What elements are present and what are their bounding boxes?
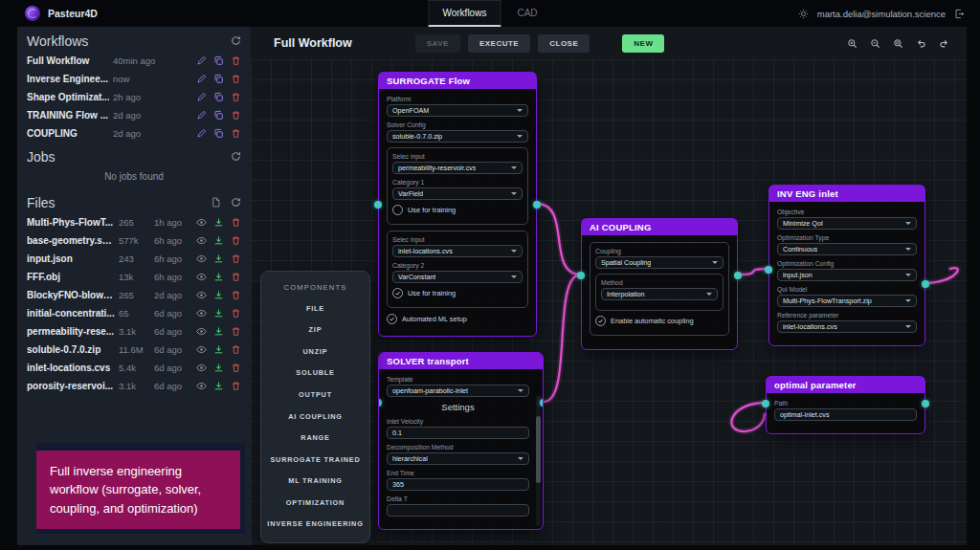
download-icon[interactable] <box>213 381 224 391</box>
field-select[interactable]: VarField <box>392 187 523 200</box>
checkbox-field[interactable]: Enable automatic coupling <box>595 316 724 326</box>
delete-icon[interactable] <box>231 290 241 300</box>
download-icon[interactable] <box>213 217 224 228</box>
tab-workflows[interactable]: Workflows <box>428 0 501 27</box>
delete-icon[interactable] <box>231 381 241 391</box>
field-select[interactable]: inlet-locations.cvs <box>777 320 917 333</box>
file-list-item[interactable]: soluble-0.7.0.zip 11.6M 6d ago <box>17 341 251 359</box>
file-list-item[interactable]: Multi-Phys-FlowT... 265 1h ago <box>17 213 251 231</box>
field-input[interactable] <box>387 504 529 517</box>
delete-icon[interactable] <box>231 363 241 373</box>
file-list-item[interactable]: inlet-locations.cvs 5.4k 6d ago <box>17 359 251 377</box>
delete-icon[interactable] <box>231 253 241 264</box>
field-select[interactable]: permeability-reservoir.cvs <box>392 162 523 174</box>
node-title[interactable]: INV ENG inlet <box>769 186 924 202</box>
duplicate-icon[interactable] <box>213 55 224 66</box>
zoom-in-icon[interactable] <box>847 38 858 49</box>
file-list-item[interactable]: FFF.obj 13k 6h ago <box>17 268 251 286</box>
field-select[interactable]: inlet-locations.cvs <box>392 245 523 257</box>
component-item[interactable]: SOLUBLE <box>265 363 366 385</box>
delete-icon[interactable] <box>231 308 241 319</box>
edit-icon[interactable] <box>196 110 207 121</box>
download-icon[interactable] <box>213 308 224 319</box>
input-port[interactable] <box>762 400 769 407</box>
view-icon[interactable] <box>196 381 207 391</box>
edit-icon[interactable] <box>196 92 207 102</box>
workflow-list-item[interactable]: Shape Optimizat... 2h ago <box>17 88 251 106</box>
field-input[interactable]: 0.1 <box>387 427 529 439</box>
file-list-item[interactable]: input.json 243 6h ago <box>17 250 251 268</box>
component-item[interactable]: UNZIP <box>265 341 366 363</box>
logout-icon[interactable] <box>954 9 965 19</box>
checkbox-field[interactable]: Use for training <box>392 288 523 298</box>
output-port[interactable] <box>540 399 544 407</box>
field-input[interactable]: 365 <box>387 478 529 491</box>
view-icon[interactable] <box>196 308 207 319</box>
save-button[interactable]: SAVE <box>415 34 460 53</box>
view-icon[interactable] <box>196 235 207 246</box>
delete-icon[interactable] <box>231 92 241 102</box>
view-icon[interactable] <box>196 344 207 355</box>
checkbox-field[interactable]: Automated ML setup <box>387 314 528 324</box>
field-select[interactable]: VarConstant <box>392 271 523 283</box>
redo-icon[interactable] <box>939 38 949 49</box>
scrollbar-thumb[interactable] <box>536 416 541 483</box>
file-list-item[interactable]: BlockyFNO-blow.zip 265 2d ago <box>17 286 251 304</box>
view-icon[interactable] <box>196 272 207 282</box>
output-port[interactable] <box>922 400 929 407</box>
component-item[interactable]: INVERSE ENGINEERING <box>265 513 366 535</box>
file-list-item[interactable]: permeability-rese... 3.1k 6d ago <box>17 322 251 341</box>
file-list-item[interactable]: base-geometry.step 577k 6h ago <box>17 231 251 250</box>
node-title[interactable]: AI COUPLING <box>582 219 737 235</box>
node-surrogate[interactable]: SURROGATE Flow Platform OpenFOAM Solver … <box>378 72 537 337</box>
component-item[interactable]: ML TRAINING <box>265 470 366 492</box>
node-solver[interactable]: SOLVER transport Template openfoam-parab… <box>378 352 544 530</box>
node-optimal[interactable]: optimal parameter Path optimal-inlet.cvs <box>766 376 925 434</box>
component-item[interactable]: AI COUPLING <box>265 406 366 428</box>
download-icon[interactable] <box>213 235 224 246</box>
input-port[interactable] <box>765 266 772 274</box>
workflow-list-item[interactable]: Inverse Enginee... now <box>17 70 251 88</box>
close-button[interactable]: CLOSE <box>538 34 590 53</box>
execute-button[interactable]: EXECUTE <box>468 34 530 53</box>
field-select[interactable]: Interpolation <box>601 288 718 300</box>
field-select[interactable]: hierarchical <box>387 452 529 465</box>
node-inv_eng[interactable]: INV ENG inlet Objective Minimize QoI Opt… <box>768 185 925 346</box>
field-select[interactable]: OpenFOAM <box>387 104 528 117</box>
edit-icon[interactable] <box>196 74 207 84</box>
duplicate-icon[interactable] <box>213 128 224 139</box>
delete-icon[interactable] <box>231 235 241 246</box>
download-icon[interactable] <box>213 344 224 355</box>
delete-icon[interactable] <box>231 217 241 228</box>
duplicate-icon[interactable] <box>213 74 224 84</box>
field-select[interactable]: Minimize QoI <box>777 217 917 230</box>
field-select[interactable]: Continuous <box>777 243 917 255</box>
view-icon[interactable] <box>196 363 207 373</box>
delete-icon[interactable] <box>231 326 241 337</box>
zoom-out-icon[interactable] <box>870 38 880 49</box>
node-title[interactable]: optimal parameter <box>767 377 924 393</box>
duplicate-icon[interactable] <box>213 92 224 102</box>
workflow-list-item[interactable]: Full Workflow 40min ago <box>17 52 251 70</box>
delete-icon[interactable] <box>231 272 241 282</box>
view-icon[interactable] <box>196 326 207 337</box>
file-list-item[interactable]: porosity-reservoi... 3.1k 6d ago <box>17 377 251 395</box>
field-input[interactable]: optimal-inlet.cvs <box>774 408 917 421</box>
component-item[interactable]: SURROGATE TRAINED <box>265 449 366 471</box>
refresh-jobs-icon[interactable] <box>231 151 241 162</box>
component-item[interactable]: RANGE <box>265 427 366 449</box>
radio-field[interactable]: Use for training <box>392 205 523 215</box>
node-title[interactable]: SOLVER transport <box>379 353 543 369</box>
zoom-fit-icon[interactable] <box>893 38 903 49</box>
upload-file-icon[interactable] <box>211 197 221 208</box>
view-icon[interactable] <box>196 253 207 264</box>
node-scrollbar[interactable] <box>536 395 541 526</box>
delete-icon[interactable] <box>231 128 241 139</box>
workflow-canvas[interactable]: SURROGATE Flow Platform OpenFOAM Solver … <box>251 59 967 545</box>
tab-cad[interactable]: CAD <box>502 0 551 27</box>
input-port[interactable] <box>374 201 382 209</box>
download-icon[interactable] <box>213 326 224 337</box>
view-icon[interactable] <box>196 290 207 300</box>
field-select[interactable]: Multi-Phys-FlowTransport.zip <box>777 295 917 307</box>
output-port[interactable] <box>734 272 742 279</box>
